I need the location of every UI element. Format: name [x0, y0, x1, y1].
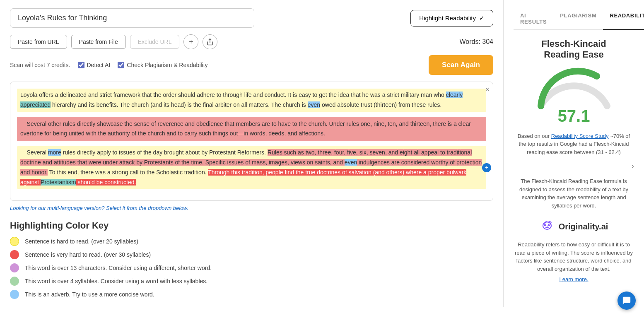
gauge-svg — [533, 60, 615, 110]
highlight-readability-button[interactable]: Highlight Readability ✓ — [410, 10, 493, 26]
paragraph-3: Several more rules directly apply to iss… — [17, 146, 486, 189]
color-key-item-red: Sentence is very hard to read. (over 30 … — [10, 250, 493, 259]
multilang-note[interactable]: Looking for our multi-language version? … — [10, 205, 493, 211]
color-key-item-blue: This is an adverb. Try to use a more con… — [10, 290, 493, 299]
score-description: Based on our Readability Score Study ~70… — [514, 132, 634, 157]
color-key-item-pink: This word is over 13 characters. Conside… — [10, 263, 493, 272]
p3-protestantism: Protestantism — [41, 179, 76, 186]
green-dot-label: This word is over 4 syllables. Consider … — [25, 278, 207, 284]
p3-text-1: Several — [20, 149, 48, 156]
originality-logo: Originality.ai — [514, 218, 634, 236]
readability-score-link[interactable]: Readability Score Study — [551, 133, 609, 139]
p1-text-2: hierarchy and its benefits. The church (… — [51, 101, 307, 108]
readability-description: Readability refers to how easy or diffic… — [514, 241, 634, 273]
score-label: Flesch-KincaidReading Ease — [541, 39, 606, 60]
yellow-dot-label: Sentence is hard to read. (over 20 sylla… — [25, 238, 138, 245]
detect-ai-label: Detect AI — [87, 62, 111, 68]
right-panel-tabs: AI RESULTS PLAGIARISM READABILITY — [514, 8, 634, 30]
add-button[interactable]: + — [183, 34, 198, 49]
formula-text: The Flesch-Kincaid Reading Ease formula … — [514, 177, 634, 210]
tab-plagiarism[interactable]: PLAGIARISM — [553, 8, 603, 30]
scan-again-button[interactable]: Scan Again — [429, 55, 493, 75]
next-arrow[interactable]: › — [514, 161, 634, 171]
gauge-container: Flesch-KincaidReading Ease 57.1 — [514, 39, 634, 125]
learn-more-link[interactable]: Learn more. — [514, 276, 634, 282]
svg-point-3 — [548, 224, 550, 226]
p3-more: more — [48, 149, 61, 156]
detect-ai-checkbox-label[interactable]: Detect AI — [78, 62, 111, 68]
plagiarism-checkbox[interactable] — [118, 62, 124, 68]
score-number: 57.1 — [558, 107, 590, 125]
exclude-url-button[interactable]: Exclude URL — [130, 35, 180, 49]
tab-ai-results[interactable]: AI RESULTS — [514, 8, 553, 30]
color-key-item-yellow: Sentence is hard to read. (over 20 sylla… — [10, 237, 493, 246]
highlight-readability-label: Highlight Readability — [419, 14, 476, 22]
check-icon: ✓ — [479, 14, 485, 22]
p3-text-4: To this end, there was a strong call to … — [48, 169, 208, 176]
p1-text-1: Loyola offers a delineated and strict fr… — [20, 92, 446, 98]
blue-dot-label: This is an adverb. Try to use a more con… — [25, 291, 154, 298]
plagiarism-label: Check Plagiarism & Readability — [127, 62, 207, 68]
plagiarism-checkbox-label[interactable]: Check Plagiarism & Readability — [118, 62, 207, 68]
yellow-dot — [10, 237, 19, 246]
color-key-list: Sentence is hard to read. (over 20 sylla… — [10, 237, 493, 299]
blue-dot — [10, 290, 19, 299]
red-dot-label: Sentence is very hard to read. (over 30 … — [25, 251, 151, 258]
p1-appreciated: appreciated — [20, 101, 51, 108]
paste-from-file-button[interactable]: Paste from File — [71, 35, 126, 49]
tab-readability[interactable]: READABILITY — [603, 8, 644, 30]
credits-text: Scan will cost 7 credits. — [10, 62, 70, 68]
close-button[interactable]: × — [485, 85, 490, 94]
svg-point-2 — [544, 224, 546, 226]
red-dot — [10, 250, 19, 259]
paste-from-url-button[interactable]: Paste from URL — [10, 35, 67, 49]
p1-text-3: owed absolute trust (thirteen) from thes… — [320, 101, 441, 108]
p3-even: even — [345, 159, 357, 166]
p1-even: even — [308, 101, 320, 108]
p1-clearly: clearly — [446, 92, 463, 98]
brain-icon — [540, 218, 555, 236]
paragraph-1: Loyola offers a delineated and strict fr… — [17, 89, 486, 112]
word-count: Words: 304 — [459, 38, 493, 46]
originality-name: Originality.ai — [559, 222, 608, 231]
detect-ai-checkbox[interactable] — [78, 62, 84, 68]
text-display: × Loyola offers a delineated and strict … — [10, 82, 493, 201]
color-key-title: Highlighting Color Key — [10, 220, 493, 231]
paragraph-2: Several other rules directly showcase th… — [17, 117, 486, 142]
p2-text: Several other rules directly showcase th… — [20, 120, 471, 137]
plus-floating-button[interactable]: + — [482, 163, 491, 172]
pink-dot-label: This word is over 13 characters. Conside… — [25, 265, 212, 271]
p3-text-2: rules directly apply to issues of the da… — [61, 149, 268, 156]
green-dot — [10, 277, 19, 286]
document-title-input[interactable] — [10, 8, 254, 28]
color-key-item-green: This word is over 4 syllables. Consider … — [10, 277, 493, 286]
pink-dot — [10, 263, 19, 272]
chat-bubble-button[interactable] — [617, 292, 636, 310]
p3-end: should be constructed. — [76, 179, 136, 186]
share-button[interactable] — [203, 34, 217, 49]
